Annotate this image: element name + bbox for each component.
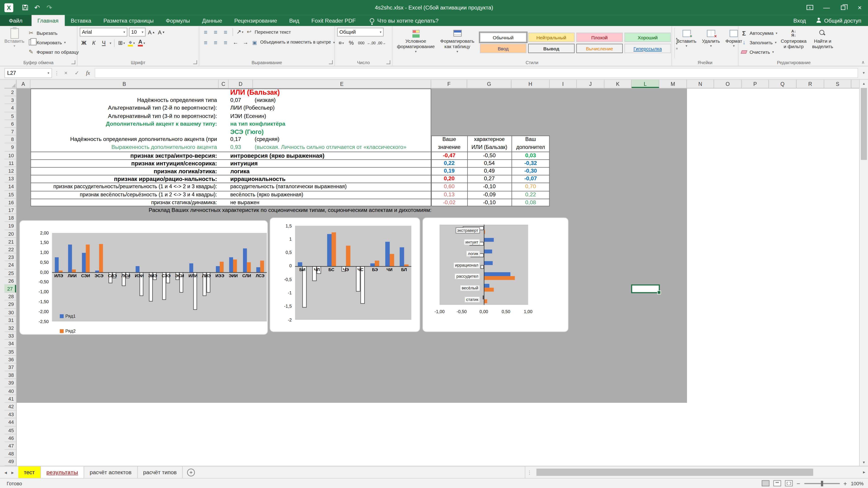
tab-file[interactable]: Файл [0,15,31,26]
normal-view-button[interactable] [762,480,770,486]
formula-input[interactable] [95,68,858,78]
page-layout-view-button[interactable] [773,480,781,486]
row-header-5[interactable]: 5 [4,112,16,120]
number-format-select[interactable]: Общий▾ [337,28,383,36]
alignment-dialog-launcher[interactable] [329,60,333,64]
ribbon-display-options-button[interactable]: ∧ [802,0,818,15]
row-header-36[interactable]: 36 [4,356,16,363]
row-header-20[interactable]: 20 [4,230,16,238]
row-header-31[interactable]: 31 [4,316,16,324]
row-header-39[interactable]: 39 [4,379,16,387]
copy-button[interactable]: Копировать▾ [28,38,79,46]
row-header-8[interactable]: 8 [4,135,16,143]
row-header-29[interactable]: 29 [4,301,16,308]
sign-in-button[interactable]: Вход [794,18,806,24]
tab-splitter[interactable]: ⋮ [525,469,534,475]
zoom-level[interactable]: 100% [851,481,864,486]
row-header-42[interactable]: 42 [4,403,16,411]
font-color-button[interactable]: А▾ [137,39,146,47]
chart-2[interactable]: 1,510,50-0,5-1-1,5-2БИЧЛБСЧЭЧСБЭЧИБЛ [270,217,420,332]
insert-cells-button[interactable]: + Вставить ▾ [674,28,699,58]
name-box[interactable]: L27 ▾ [4,68,52,78]
cancel-formula-button[interactable]: × [61,70,70,76]
close-button[interactable]: × [851,0,868,15]
column-header-M[interactable]: M [659,80,687,88]
row-header-6[interactable]: 6 [4,120,16,128]
cut-button[interactable]: ✂Вырезать [28,29,79,37]
horizontal-scroll-thumb[interactable] [536,468,813,476]
sheet-tab-2[interactable]: расчёт аспектов [84,466,137,478]
row-header-30[interactable]: 30 [4,308,16,317]
row-header-45[interactable]: 45 [4,426,16,434]
align-left-button[interactable]: ≡ [202,38,210,46]
redo-button[interactable]: ↷ [43,1,55,13]
row-header-7[interactable]: 7 [4,128,16,136]
active-cell-selection[interactable] [631,285,660,293]
row-header-27[interactable]: 27 [4,285,16,293]
cell-style-3[interactable]: Хороший [624,33,671,42]
bold-button[interactable]: Ж [80,39,88,47]
row-header-48[interactable]: 48 [4,450,16,458]
row-header-49[interactable]: 49 [4,458,16,466]
cell-style-5[interactable]: Вывод [528,43,575,53]
align-middle-button[interactable]: ≡ [212,28,220,36]
paste-button[interactable]: Вставить ▾ [2,28,27,58]
fill-button[interactable]: ↓Заполнить▾ [741,38,778,46]
row-header-41[interactable]: 41 [4,395,16,403]
row-header-2[interactable]: 2 [4,89,16,96]
cell-style-0[interactable]: Обычный [480,33,526,42]
clear-button[interactable]: Очистить▾ [741,48,778,56]
row-header-21[interactable]: 21 [4,238,16,246]
column-header-O[interactable]: O [714,80,742,88]
column-header-P[interactable]: P [742,80,769,88]
row-header-17[interactable]: 17 [4,206,16,214]
row-header-22[interactable]: 22 [4,246,16,254]
row-header-33[interactable]: 33 [4,332,16,340]
row-header-35[interactable]: 35 [4,348,16,356]
sort-filter-button[interactable]: А↓Я↓ Сортировка и фильтр [778,28,809,58]
next-sheet-arrow[interactable]: ▸ [11,469,14,475]
align-top-button[interactable]: ≡ [202,28,210,36]
borders-button[interactable]: ⊞▾ [117,39,126,47]
column-header-H[interactable]: H [512,80,550,88]
zoom-in-button[interactable]: + [843,480,847,486]
column-header-E[interactable]: E [253,80,431,88]
formula-bar-splitter[interactable]: ⋮ [54,70,59,75]
zoom-out-button[interactable]: − [797,480,800,486]
row-header-25[interactable]: 25 [4,269,16,277]
column-header-C[interactable]: C [219,80,228,88]
align-right-button[interactable]: ≡ [221,38,230,46]
number-dialog-launcher[interactable] [386,60,390,64]
underline-dropdown-arrow[interactable]: ▾ [110,41,111,44]
decrease-decimal-button[interactable]: ,00→ [377,39,386,47]
row-header-14[interactable]: 14 [4,183,16,191]
row-header-11[interactable]: 11 [4,159,16,167]
format-as-table-button[interactable]: Форматировать как таблицу ▾ [438,28,477,58]
page-break-view-button[interactable] [785,480,793,486]
ribbon-tab-5[interactable]: Рецензирование [228,15,283,26]
cell-style-1[interactable]: Нейтральный [528,33,575,42]
autosum-button[interactable]: ΣАвтосумма▾ [741,29,778,37]
font-family-select[interactable]: Arial▾ [80,28,127,36]
row-header-3[interactable]: 3 [4,96,16,104]
row-header-34[interactable]: 34 [4,340,16,348]
row-header-32[interactable]: 32 [4,324,16,332]
cell-style-4[interactable]: Ввод [480,43,526,53]
share-button[interactable]: Общий доступ [816,18,861,24]
increase-indent-button[interactable]: → [241,38,250,46]
italic-button[interactable]: К [90,39,98,47]
increase-decimal-button[interactable]: ←,00 [367,39,376,47]
zoom-slider-thumb[interactable] [821,481,823,486]
ribbon-tab-0[interactable]: Главная [31,15,65,26]
maximize-button[interactable] [835,0,851,15]
row-header-40[interactable]: 40 [4,387,16,395]
row-header-38[interactable]: 38 [4,371,16,379]
column-header-D[interactable]: D [228,80,253,88]
column-header-F[interactable]: F [431,80,467,88]
column-header-G[interactable]: G [467,80,512,88]
row-header-24[interactable]: 24 [4,261,16,269]
scroll-down-arrow[interactable]: ▾ [860,459,868,466]
increase-font-button[interactable]: А▲ [147,28,156,36]
row-header-43[interactable]: 43 [4,411,16,419]
currency-format-button[interactable]: ¤▾ [337,39,345,47]
